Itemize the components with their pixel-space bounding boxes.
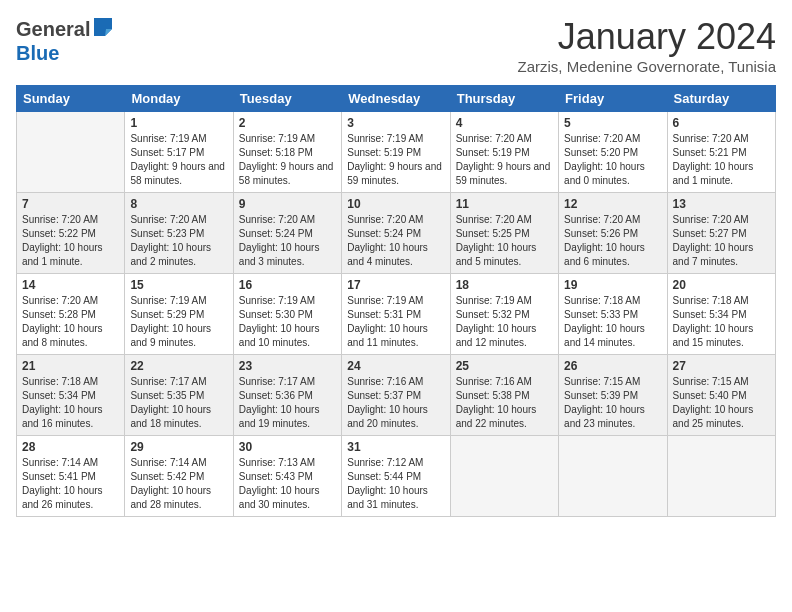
day-info: Sunrise: 7:19 AM Sunset: 5:19 PM Dayligh… bbox=[347, 132, 444, 188]
day-info: Sunrise: 7:16 AM Sunset: 5:37 PM Dayligh… bbox=[347, 375, 444, 431]
day-number: 26 bbox=[564, 359, 661, 373]
day-info: Sunrise: 7:20 AM Sunset: 5:19 PM Dayligh… bbox=[456, 132, 553, 188]
table-row: 27Sunrise: 7:15 AM Sunset: 5:40 PM Dayli… bbox=[667, 355, 775, 436]
col-thursday: Thursday bbox=[450, 86, 558, 112]
logo-general-text: General bbox=[16, 18, 90, 41]
day-number: 17 bbox=[347, 278, 444, 292]
table-row: 7Sunrise: 7:20 AM Sunset: 5:22 PM Daylig… bbox=[17, 193, 125, 274]
day-number: 15 bbox=[130, 278, 227, 292]
day-number: 4 bbox=[456, 116, 553, 130]
logo-blue-text: Blue bbox=[16, 42, 59, 64]
table-row: 12Sunrise: 7:20 AM Sunset: 5:26 PM Dayli… bbox=[559, 193, 667, 274]
day-info: Sunrise: 7:19 AM Sunset: 5:29 PM Dayligh… bbox=[130, 294, 227, 350]
table-row: 2Sunrise: 7:19 AM Sunset: 5:18 PM Daylig… bbox=[233, 112, 341, 193]
table-row: 14Sunrise: 7:20 AM Sunset: 5:28 PM Dayli… bbox=[17, 274, 125, 355]
logo-icon bbox=[92, 16, 114, 42]
day-info: Sunrise: 7:13 AM Sunset: 5:43 PM Dayligh… bbox=[239, 456, 336, 512]
calendar-week-row: 7Sunrise: 7:20 AM Sunset: 5:22 PM Daylig… bbox=[17, 193, 776, 274]
day-info: Sunrise: 7:18 AM Sunset: 5:34 PM Dayligh… bbox=[22, 375, 119, 431]
table-row: 13Sunrise: 7:20 AM Sunset: 5:27 PM Dayli… bbox=[667, 193, 775, 274]
table-row: 15Sunrise: 7:19 AM Sunset: 5:29 PM Dayli… bbox=[125, 274, 233, 355]
table-row: 18Sunrise: 7:19 AM Sunset: 5:32 PM Dayli… bbox=[450, 274, 558, 355]
day-info: Sunrise: 7:14 AM Sunset: 5:41 PM Dayligh… bbox=[22, 456, 119, 512]
day-number: 1 bbox=[130, 116, 227, 130]
table-row: 8Sunrise: 7:20 AM Sunset: 5:23 PM Daylig… bbox=[125, 193, 233, 274]
day-info: Sunrise: 7:20 AM Sunset: 5:24 PM Dayligh… bbox=[239, 213, 336, 269]
table-row: 17Sunrise: 7:19 AM Sunset: 5:31 PM Dayli… bbox=[342, 274, 450, 355]
table-row: 19Sunrise: 7:18 AM Sunset: 5:33 PM Dayli… bbox=[559, 274, 667, 355]
day-number: 23 bbox=[239, 359, 336, 373]
day-info: Sunrise: 7:20 AM Sunset: 5:26 PM Dayligh… bbox=[564, 213, 661, 269]
day-info: Sunrise: 7:18 AM Sunset: 5:34 PM Dayligh… bbox=[673, 294, 770, 350]
day-number: 27 bbox=[673, 359, 770, 373]
day-info: Sunrise: 7:14 AM Sunset: 5:42 PM Dayligh… bbox=[130, 456, 227, 512]
day-number: 9 bbox=[239, 197, 336, 211]
day-number: 14 bbox=[22, 278, 119, 292]
day-info: Sunrise: 7:20 AM Sunset: 5:23 PM Dayligh… bbox=[130, 213, 227, 269]
day-number: 24 bbox=[347, 359, 444, 373]
table-row: 21Sunrise: 7:18 AM Sunset: 5:34 PM Dayli… bbox=[17, 355, 125, 436]
day-number: 13 bbox=[673, 197, 770, 211]
day-info: Sunrise: 7:15 AM Sunset: 5:40 PM Dayligh… bbox=[673, 375, 770, 431]
calendar-week-row: 21Sunrise: 7:18 AM Sunset: 5:34 PM Dayli… bbox=[17, 355, 776, 436]
calendar-header-row: Sunday Monday Tuesday Wednesday Thursday… bbox=[17, 86, 776, 112]
day-number: 11 bbox=[456, 197, 553, 211]
day-number: 5 bbox=[564, 116, 661, 130]
table-row: 9Sunrise: 7:20 AM Sunset: 5:24 PM Daylig… bbox=[233, 193, 341, 274]
day-info: Sunrise: 7:18 AM Sunset: 5:33 PM Dayligh… bbox=[564, 294, 661, 350]
day-number: 10 bbox=[347, 197, 444, 211]
calendar-week-row: 14Sunrise: 7:20 AM Sunset: 5:28 PM Dayli… bbox=[17, 274, 776, 355]
day-number: 2 bbox=[239, 116, 336, 130]
day-info: Sunrise: 7:15 AM Sunset: 5:39 PM Dayligh… bbox=[564, 375, 661, 431]
day-info: Sunrise: 7:19 AM Sunset: 5:32 PM Dayligh… bbox=[456, 294, 553, 350]
day-number: 19 bbox=[564, 278, 661, 292]
title-area: January 2024 Zarzis, Medenine Governorat… bbox=[518, 16, 776, 75]
day-info: Sunrise: 7:16 AM Sunset: 5:38 PM Dayligh… bbox=[456, 375, 553, 431]
table-row: 30Sunrise: 7:13 AM Sunset: 5:43 PM Dayli… bbox=[233, 436, 341, 517]
calendar-table: Sunday Monday Tuesday Wednesday Thursday… bbox=[16, 85, 776, 517]
table-row: 22Sunrise: 7:17 AM Sunset: 5:35 PM Dayli… bbox=[125, 355, 233, 436]
table-row: 1Sunrise: 7:19 AM Sunset: 5:17 PM Daylig… bbox=[125, 112, 233, 193]
table-row: 10Sunrise: 7:20 AM Sunset: 5:24 PM Dayli… bbox=[342, 193, 450, 274]
table-row: 28Sunrise: 7:14 AM Sunset: 5:41 PM Dayli… bbox=[17, 436, 125, 517]
day-number: 12 bbox=[564, 197, 661, 211]
table-row: 23Sunrise: 7:17 AM Sunset: 5:36 PM Dayli… bbox=[233, 355, 341, 436]
table-row: 24Sunrise: 7:16 AM Sunset: 5:37 PM Dayli… bbox=[342, 355, 450, 436]
day-number: 8 bbox=[130, 197, 227, 211]
day-info: Sunrise: 7:20 AM Sunset: 5:22 PM Dayligh… bbox=[22, 213, 119, 269]
page-header: General Blue January 2024 Zarzis, Medeni… bbox=[16, 16, 776, 75]
day-number: 3 bbox=[347, 116, 444, 130]
col-wednesday: Wednesday bbox=[342, 86, 450, 112]
day-number: 21 bbox=[22, 359, 119, 373]
table-row: 16Sunrise: 7:19 AM Sunset: 5:30 PM Dayli… bbox=[233, 274, 341, 355]
logo: General Blue bbox=[16, 16, 114, 65]
col-friday: Friday bbox=[559, 86, 667, 112]
col-tuesday: Tuesday bbox=[233, 86, 341, 112]
table-row: 3Sunrise: 7:19 AM Sunset: 5:19 PM Daylig… bbox=[342, 112, 450, 193]
day-info: Sunrise: 7:20 AM Sunset: 5:25 PM Dayligh… bbox=[456, 213, 553, 269]
table-row bbox=[559, 436, 667, 517]
day-info: Sunrise: 7:19 AM Sunset: 5:18 PM Dayligh… bbox=[239, 132, 336, 188]
table-row: 6Sunrise: 7:20 AM Sunset: 5:21 PM Daylig… bbox=[667, 112, 775, 193]
day-number: 16 bbox=[239, 278, 336, 292]
day-info: Sunrise: 7:19 AM Sunset: 5:30 PM Dayligh… bbox=[239, 294, 336, 350]
table-row: 5Sunrise: 7:20 AM Sunset: 5:20 PM Daylig… bbox=[559, 112, 667, 193]
col-monday: Monday bbox=[125, 86, 233, 112]
day-info: Sunrise: 7:19 AM Sunset: 5:17 PM Dayligh… bbox=[130, 132, 227, 188]
table-row: 20Sunrise: 7:18 AM Sunset: 5:34 PM Dayli… bbox=[667, 274, 775, 355]
calendar-week-row: 28Sunrise: 7:14 AM Sunset: 5:41 PM Dayli… bbox=[17, 436, 776, 517]
day-info: Sunrise: 7:17 AM Sunset: 5:35 PM Dayligh… bbox=[130, 375, 227, 431]
day-info: Sunrise: 7:19 AM Sunset: 5:31 PM Dayligh… bbox=[347, 294, 444, 350]
day-info: Sunrise: 7:12 AM Sunset: 5:44 PM Dayligh… bbox=[347, 456, 444, 512]
table-row bbox=[667, 436, 775, 517]
table-row: 26Sunrise: 7:15 AM Sunset: 5:39 PM Dayli… bbox=[559, 355, 667, 436]
day-number: 28 bbox=[22, 440, 119, 454]
day-info: Sunrise: 7:20 AM Sunset: 5:20 PM Dayligh… bbox=[564, 132, 661, 188]
day-number: 25 bbox=[456, 359, 553, 373]
day-info: Sunrise: 7:20 AM Sunset: 5:28 PM Dayligh… bbox=[22, 294, 119, 350]
table-row: 11Sunrise: 7:20 AM Sunset: 5:25 PM Dayli… bbox=[450, 193, 558, 274]
day-number: 18 bbox=[456, 278, 553, 292]
day-info: Sunrise: 7:20 AM Sunset: 5:21 PM Dayligh… bbox=[673, 132, 770, 188]
table-row: 31Sunrise: 7:12 AM Sunset: 5:44 PM Dayli… bbox=[342, 436, 450, 517]
day-info: Sunrise: 7:20 AM Sunset: 5:27 PM Dayligh… bbox=[673, 213, 770, 269]
